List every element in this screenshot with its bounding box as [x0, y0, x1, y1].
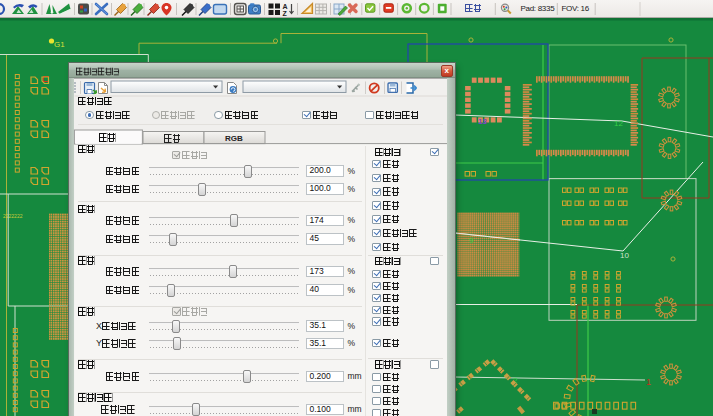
svg-text:12: 12	[614, 119, 623, 128]
svg-text:G1: G1	[54, 40, 65, 49]
svg-text:1: 1	[646, 377, 651, 387]
svg-text:10: 10	[620, 251, 629, 260]
svg-text:2222222: 2222222	[3, 213, 23, 219]
svg-text:9: 9	[469, 236, 474, 245]
svg-text:13: 13	[478, 117, 487, 126]
